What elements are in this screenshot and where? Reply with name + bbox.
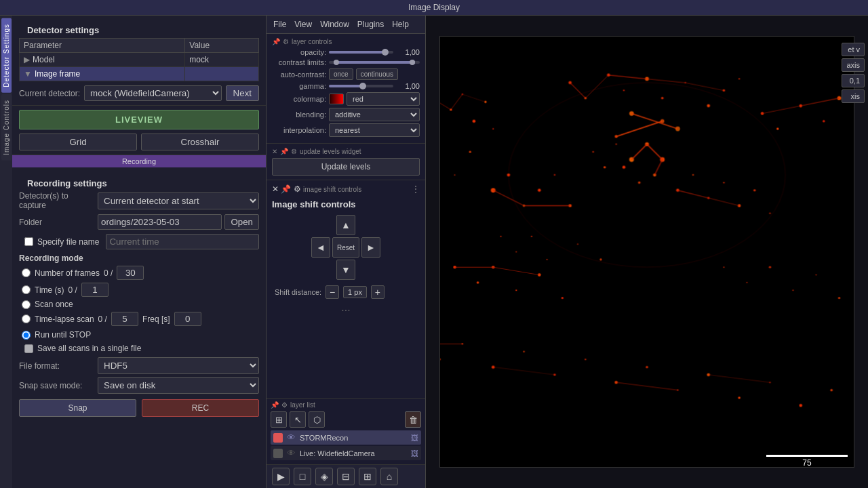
file-format-select[interactable]: HDF5 bbox=[98, 357, 259, 374]
widefield-visibility[interactable]: 👁 bbox=[287, 448, 296, 458]
layer-list-section: 📌 ⚙ layer list ⊞ ↖ ⬡ 🗑 👁 STORMRecon 🖼 👁 … bbox=[267, 398, 425, 464]
shift-left-button[interactable]: ◄ bbox=[311, 237, 330, 258]
detector-row: Current detector: mock (WidefieldCamera)… bbox=[19, 85, 259, 101]
svg-point-83 bbox=[616, 144, 617, 145]
shift-reset-button[interactable]: Reset bbox=[332, 237, 359, 258]
close-icon2[interactable]: ✕ bbox=[272, 184, 279, 194]
square-button[interactable]: □ bbox=[294, 468, 311, 485]
liveview-button[interactable]: LIVEVIEW bbox=[19, 110, 259, 129]
blending-select[interactable]: additive bbox=[329, 108, 420, 121]
gamma-value: 1,00 bbox=[396, 82, 420, 90]
svg-point-90 bbox=[769, 213, 770, 214]
timelapse-radio[interactable] bbox=[22, 314, 31, 323]
detector-select[interactable]: mock (WidefieldCamera) bbox=[84, 85, 222, 101]
grid-tool-button[interactable]: ⊞ bbox=[271, 411, 287, 428]
shift-plus-button[interactable]: + bbox=[371, 285, 384, 299]
opacity-label: opacity: bbox=[272, 48, 326, 56]
xis-button[interactable]: xis bbox=[842, 89, 865, 103]
contrast-slider[interactable] bbox=[329, 61, 420, 64]
lasso-tool-button[interactable]: ⬡ bbox=[309, 411, 325, 428]
shift-up-button[interactable]: ▲ bbox=[336, 215, 355, 235]
menu-file[interactable]: File bbox=[273, 20, 286, 29]
svg-rect-0 bbox=[440, 37, 854, 467]
home-button[interactable]: ⌂ bbox=[380, 468, 398, 485]
menu-help[interactable]: Help bbox=[392, 20, 409, 29]
filename-input[interactable] bbox=[106, 234, 259, 249]
svg-point-116 bbox=[838, 297, 840, 299]
auto-contrast-row: auto-contrast: once continuous bbox=[272, 68, 420, 80]
01-button[interactable]: 0,1 bbox=[842, 74, 865, 87]
specify-filename-checkbox[interactable] bbox=[24, 237, 33, 246]
svg-point-75 bbox=[830, 389, 832, 391]
run-until-radio[interactable] bbox=[22, 331, 31, 340]
terminal-button[interactable]: ▶ bbox=[272, 468, 290, 485]
open-folder-button[interactable]: Open bbox=[224, 214, 259, 230]
detectors-capture-select[interactable]: Current detector at start bbox=[98, 192, 259, 209]
shift-down-button[interactable]: ▼ bbox=[336, 260, 355, 280]
time-input[interactable] bbox=[81, 283, 108, 297]
folder-input[interactable] bbox=[98, 214, 222, 230]
snap-button[interactable]: Snap bbox=[19, 399, 136, 417]
et-v-button[interactable]: et v bbox=[842, 43, 865, 56]
detectors-capture-label: Detector(s) to capture bbox=[19, 191, 94, 210]
dots-more[interactable]: ... bbox=[272, 302, 420, 314]
snap-save-mode-select[interactable]: Save on disk bbox=[98, 377, 259, 394]
gamma-slider[interactable] bbox=[329, 85, 393, 87]
save-all-scans-checkbox[interactable] bbox=[24, 344, 33, 353]
stormrecon-type-icon: 🖼 bbox=[411, 434, 418, 442]
svg-point-74 bbox=[800, 404, 803, 407]
colormap-select[interactable]: red bbox=[347, 92, 420, 106]
more-icon[interactable]: ⋮ bbox=[412, 184, 420, 194]
menu-window[interactable]: Window bbox=[320, 20, 349, 29]
auto-once-button[interactable]: once bbox=[329, 68, 353, 80]
svg-point-85 bbox=[692, 174, 694, 176]
timelapse-input[interactable] bbox=[111, 312, 138, 326]
rec-button[interactable]: REC bbox=[142, 399, 259, 417]
timelapse-label: Time-lapse scan bbox=[35, 314, 94, 324]
update-levels-button[interactable]: Update levels bbox=[272, 158, 420, 176]
recording-label: Recording bbox=[122, 157, 156, 165]
auto-continuous-button[interactable]: continuous bbox=[356, 68, 398, 80]
stormrecon-visibility[interactable]: 👁 bbox=[287, 432, 296, 443]
colormap-preview bbox=[329, 94, 344, 104]
settings-icon4: ⚙ bbox=[281, 401, 288, 409]
layer-widefield[interactable]: 👁 Live: WidefieldCamera 🖼 bbox=[271, 446, 421, 460]
opacity-row: opacity: 1,00 bbox=[272, 48, 420, 56]
axis-button[interactable]: axis bbox=[842, 58, 865, 72]
menu-view[interactable]: View bbox=[294, 20, 312, 29]
grid-view-button[interactable]: ⊞ bbox=[359, 468, 376, 485]
time-radio[interactable] bbox=[22, 285, 31, 294]
close-icon[interactable]: ✕ bbox=[272, 148, 277, 155]
cube-button[interactable]: ◈ bbox=[315, 468, 333, 485]
layer-stormrecon[interactable]: 👁 STORMRecon 🖼 bbox=[271, 430, 421, 445]
sidebar-label-detector[interactable]: Detector Settings bbox=[1, 18, 12, 93]
svg-point-104 bbox=[469, 150, 471, 152]
layer-controls-section: 📌 ⚙ layer controls opacity: 1,00 contras… bbox=[267, 34, 425, 144]
sidebar-label-image-controls[interactable]: Image Controls bbox=[1, 94, 12, 161]
freq-input[interactable] bbox=[174, 312, 201, 326]
cursor-tool-button[interactable]: ↖ bbox=[290, 411, 306, 428]
shift-minus-button[interactable]: − bbox=[326, 285, 339, 299]
scale-bar-line bbox=[766, 455, 848, 457]
right-panel: et v axis 0,1 xis 75 bbox=[426, 16, 868, 488]
scan-once-label: Scan once bbox=[35, 300, 73, 309]
num-frames-input[interactable] bbox=[117, 266, 144, 280]
specify-filename-row: Specify file name bbox=[19, 234, 259, 249]
param-row-image-frame[interactable]: ▼Image frame bbox=[20, 67, 259, 81]
stormrecon-name: STORMRecon bbox=[300, 434, 407, 442]
shift-right-button[interactable]: ► bbox=[361, 237, 380, 258]
next-button[interactable]: Next bbox=[226, 85, 259, 101]
delete-layer-button[interactable]: 🗑 bbox=[405, 411, 421, 428]
opacity-slider[interactable] bbox=[329, 51, 393, 54]
interpolation-select[interactable]: nearest bbox=[329, 123, 420, 137]
menu-plugins[interactable]: Plugins bbox=[357, 20, 384, 29]
settings-icon: ⚙ bbox=[283, 38, 289, 45]
svg-point-89 bbox=[753, 189, 755, 191]
slice-button[interactable]: ⊟ bbox=[337, 468, 355, 485]
grid-button[interactable]: Grid bbox=[19, 134, 137, 150]
svg-point-18 bbox=[707, 104, 710, 108]
scan-once-radio[interactable] bbox=[22, 300, 31, 309]
num-frames-radio[interactable] bbox=[22, 268, 31, 277]
crosshair-button[interactable]: Crosshair bbox=[141, 134, 259, 150]
folder-row: Folder Open bbox=[19, 214, 259, 230]
